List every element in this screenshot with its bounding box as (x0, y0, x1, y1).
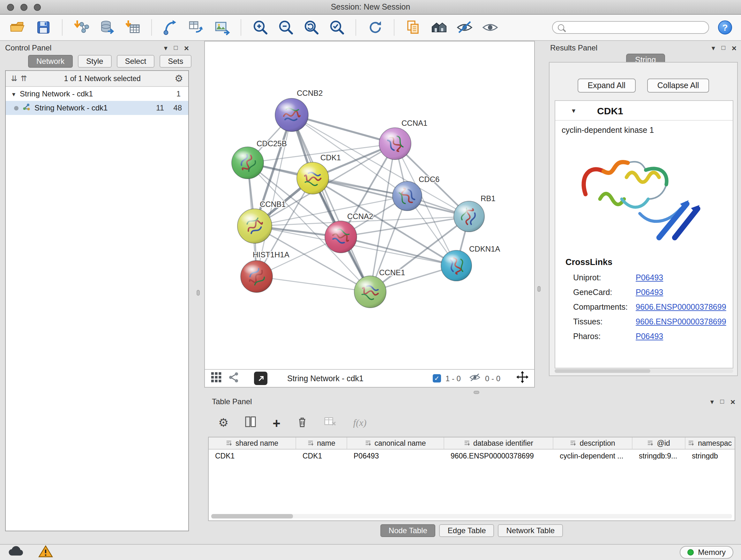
table-horizontal-scrollbar[interactable] (211, 514, 732, 518)
column-header[interactable]: database identifier (444, 437, 553, 449)
birdseye-view-button[interactable] (254, 372, 267, 385)
tab-edge-table[interactable]: Edge Table (440, 524, 494, 537)
node-details-header[interactable]: ▾ CDK1 (555, 101, 733, 121)
network-graph[interactable]: CCNB2CCNA1CDC25BCDK1CDC6RB1CCNB1CCNA2CDK… (205, 42, 534, 369)
cloud-status-icon[interactable] (8, 545, 24, 559)
table-options-gear-icon[interactable]: ⚙ (218, 416, 228, 430)
network-collection-row[interactable]: ▾ String Network - cdk1 1 (6, 87, 188, 101)
tab-select[interactable]: Select (117, 55, 154, 68)
crosslink-link[interactable]: 9606.ENSP00000378699 (636, 302, 726, 311)
zoom-fit-icon[interactable] (302, 19, 320, 36)
results-panel-collapse-icon[interactable]: ▾ (712, 44, 715, 51)
new-network-from-table-icon[interactable] (188, 19, 205, 36)
zoom-out-icon[interactable] (277, 19, 294, 36)
scrollbar-thumb[interactable] (211, 514, 293, 518)
import-network-from-database-icon[interactable] (98, 19, 116, 36)
network-node-CCNA2[interactable] (325, 221, 357, 253)
crosslink-link[interactable]: P06493 (636, 288, 663, 297)
grid-view-icon[interactable] (211, 371, 222, 385)
new-network-icon[interactable] (162, 19, 179, 36)
network-node-CDK1[interactable] (297, 162, 329, 194)
bottom-splitter-handle[interactable] (474, 391, 479, 394)
hidden-eye-slash-icon[interactable] (469, 373, 481, 384)
network-node-CCNE1[interactable] (354, 276, 386, 308)
table-row[interactable]: CDK1 CDK1 P06493 9606.ENSP00000378699 cy… (209, 449, 735, 462)
apply-layout-icon[interactable] (366, 19, 384, 36)
network-edge[interactable] (313, 178, 469, 216)
disclosure-triangle-icon[interactable]: ▾ (12, 90, 15, 98)
control-panel-collapse-icon[interactable]: ▾ (164, 44, 167, 51)
network-node-RB1[interactable] (454, 201, 484, 232)
save-session-icon[interactable] (35, 19, 52, 36)
crosslink-link[interactable]: 9606.ENSP00000378699 (636, 317, 726, 326)
collapse-all-button[interactable]: Collapse All (647, 78, 710, 92)
cell-namespace[interactable]: stringdb (685, 452, 735, 459)
network-node-HIST1H1A[interactable] (241, 260, 273, 293)
add-column-icon[interactable]: + (273, 416, 280, 429)
tab-sets[interactable]: Sets (159, 55, 192, 68)
column-header[interactable]: name (296, 437, 347, 449)
crosslink-link[interactable]: P06493 (636, 332, 663, 341)
network-node-CCNB1[interactable] (238, 209, 272, 243)
network-canvas[interactable]: CCNB2CCNA1CDC25BCDK1CDC6RB1CCNB1CCNA2CDK… (205, 42, 534, 369)
cell-description[interactable]: cyclin-dependent ... (553, 452, 632, 459)
show-hide-graphic-details-icon[interactable] (456, 19, 473, 36)
network-edge[interactable] (257, 276, 370, 292)
cell-shared-name[interactable]: CDK1 (209, 452, 296, 459)
tab-node-table[interactable]: Node Table (381, 524, 435, 537)
cell-database-identifier[interactable]: 9606.ENSP00000378699 (444, 452, 553, 459)
zoom-selected-icon[interactable] (328, 19, 345, 36)
network-node-CDKN1A[interactable] (441, 250, 472, 281)
show-columns-icon[interactable] (245, 415, 257, 430)
left-splitter-handle[interactable] (197, 290, 200, 296)
open-session-icon[interactable] (9, 19, 26, 36)
delete-column-trash-icon[interactable] (296, 415, 309, 430)
import-network-from-file-icon[interactable] (73, 19, 90, 36)
network-options-gear-icon[interactable]: ⚙ (175, 73, 183, 84)
column-header[interactable]: description (553, 437, 632, 449)
table-panel-float-icon[interactable]: □ (720, 398, 724, 405)
import-table-from-file-icon[interactable] (124, 19, 141, 36)
results-panel-close-icon[interactable]: × (732, 44, 737, 52)
zoom-in-icon[interactable] (252, 19, 269, 36)
expand-all-button[interactable]: Expand All (578, 78, 636, 92)
show-graphic-details-icon[interactable] (481, 19, 498, 36)
control-panel-float-icon[interactable]: □ (174, 45, 178, 51)
table-panel-collapse-icon[interactable]: ▾ (711, 398, 714, 405)
results-horizontal-scrollbar[interactable] (555, 369, 733, 373)
network-node-CDC6[interactable] (393, 181, 422, 211)
export-image-icon[interactable] (213, 19, 230, 36)
control-panel-close-icon[interactable]: × (184, 44, 189, 52)
network-node-CCNB2[interactable] (275, 98, 308, 132)
column-header[interactable]: shared name (209, 437, 296, 449)
disclosure-triangle-icon[interactable]: ▾ (572, 106, 576, 115)
move-crosshair-icon[interactable] (516, 371, 529, 386)
collapse-all-icon[interactable]: ⇊ (11, 74, 17, 83)
cell-canonical-name[interactable]: P06493 (347, 452, 444, 459)
scrollbar-thumb[interactable] (555, 369, 650, 373)
cell-name[interactable]: CDK1 (296, 452, 347, 459)
tab-network[interactable]: Network (28, 55, 73, 68)
memory-button[interactable]: Memory (679, 546, 733, 559)
selected-nodes-checkbox-icon[interactable]: ✓ (433, 374, 441, 382)
results-panel-float-icon[interactable]: □ (722, 45, 725, 51)
network-row-selected[interactable]: String Network - cdk1 11 48 (6, 101, 188, 115)
column-header[interactable]: namespac (685, 437, 735, 449)
column-header[interactable]: canonical name (347, 437, 444, 449)
network-node-CCNA1[interactable] (379, 128, 411, 160)
cell-id[interactable]: stringdb:9... (632, 452, 685, 459)
copy-icon[interactable] (405, 19, 422, 36)
warning-icon[interactable] (38, 545, 53, 560)
crosslink-link[interactable]: P06493 (636, 273, 663, 282)
search-field[interactable] (552, 21, 709, 34)
tab-style[interactable]: Style (78, 55, 111, 68)
network-node-CDC25B[interactable] (232, 147, 264, 179)
tab-network-table[interactable]: Network Table (498, 524, 563, 537)
network-share-icon[interactable] (228, 371, 239, 385)
expand-all-icon[interactable]: ⇈ (20, 74, 27, 83)
network-edge[interactable] (292, 115, 370, 292)
column-header[interactable]: @id (632, 437, 685, 449)
search-input[interactable] (568, 23, 703, 32)
help-button[interactable]: ? (718, 20, 732, 35)
show-home-icon[interactable] (430, 19, 448, 36)
